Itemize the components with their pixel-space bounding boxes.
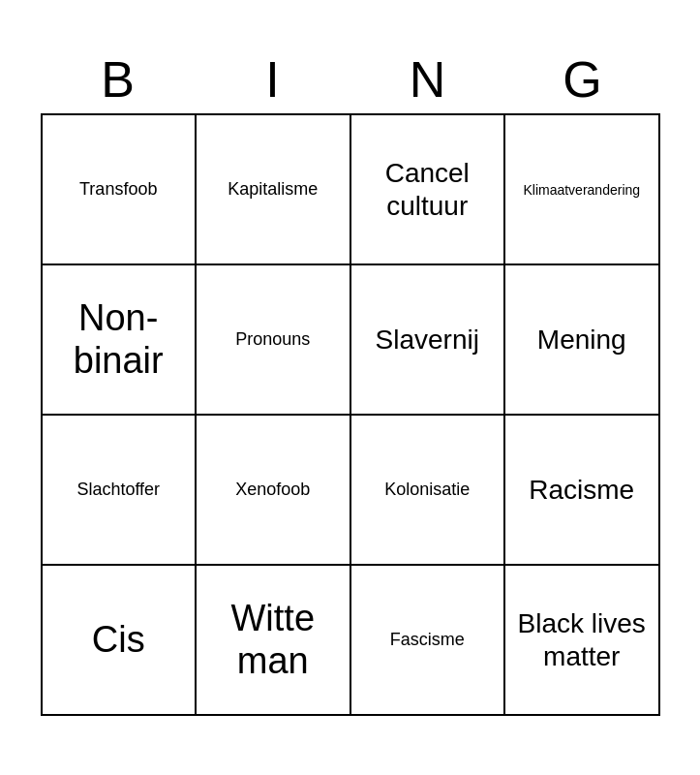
bingo-grid: Transfoob Kapitalisme Cancel cultuur Kli… [41,113,660,716]
cell-6: Slavernij [351,265,506,416]
cell-14: Fascisme [351,566,506,716]
cell-5: Pronouns [197,265,351,416]
cell-text-0: Transfoob [79,178,157,201]
cell-text-15: Black lives matter [513,607,651,672]
cell-text-4: Non-binair [74,297,164,382]
bingo-header: B I N G [41,49,660,109]
letter-n: N [350,49,505,109]
cell-text-10: Kolonisatie [384,479,470,501]
letter-g: G [505,49,660,109]
cell-text-3: Klimaatverandering [523,181,640,199]
cell-4: Non-binair [43,265,198,416]
cell-text-6: Slavernij [376,324,479,356]
cell-text-9: Xenofoob [235,479,310,501]
cell-11: Racisme [505,416,660,566]
cell-text-2: Cancel cultuur [359,157,497,222]
cell-text-11: Racisme [529,474,634,507]
cell-text-12: Cis [92,619,145,662]
letter-b: B [41,49,196,109]
cell-8: Slachtoffer [43,416,198,566]
bingo-card: B I N G Transfoob Kapitalisme Cancel cul… [21,40,680,735]
cell-text-8: Slachtoffer [76,479,160,501]
cell-13: Witte man [197,566,351,716]
cell-text-1: Kapitalisme [228,178,318,201]
cell-15: Black lives matter [505,566,660,716]
cell-12: Cis [43,566,198,716]
cell-10: Kolonisatie [351,416,506,566]
cell-1: Kapitalisme [197,115,351,265]
cell-text-7: Mening [537,324,626,356]
cell-text-14: Fascisme [390,629,465,651]
letter-i: I [196,49,350,109]
cell-7: Mening [505,265,660,416]
cell-9: Xenofoob [197,416,351,566]
cell-text-13: Witte man [204,598,342,682]
cell-2: Cancel cultuur [351,115,506,265]
cell-0: Transfoob [43,115,198,265]
cell-text-5: Pronouns [235,328,310,351]
cell-3: Klimaatverandering [505,115,660,265]
